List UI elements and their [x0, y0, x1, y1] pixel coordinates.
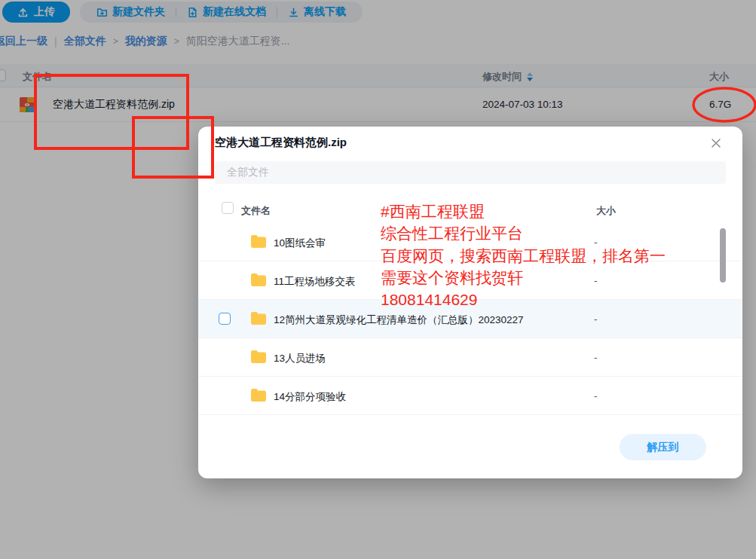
modal-column-name: 文件名	[241, 204, 271, 218]
row-checkbox[interactable]	[219, 313, 231, 325]
close-icon[interactable]	[709, 136, 723, 150]
folder-size: -	[594, 275, 598, 286]
folder-size: -	[594, 390, 598, 402]
folder-size: -	[594, 237, 598, 248]
folder-name: 14分部分项验收	[274, 390, 346, 404]
folder-icon	[250, 350, 267, 367]
folder-size: -	[594, 352, 598, 363]
modal-scrollbar-thumb[interactable]	[720, 228, 726, 283]
modal-column-size: 大小	[596, 204, 616, 218]
extract-to-button[interactable]: 解压到	[620, 434, 706, 460]
folder-row[interactable]: 10图纸会审 -	[198, 223, 742, 261]
folder-icon	[250, 311, 267, 328]
folder-size: -	[594, 313, 598, 325]
modal-title: 空港大道工程资料范例.zip	[215, 136, 347, 150]
page: 上传 新建文件夹 新建在线文档	[0, 0, 756, 559]
folder-icon	[250, 273, 267, 290]
modal-path-label: 全部文件	[227, 166, 269, 179]
modal-list-header: 文件名 大小	[198, 197, 742, 223]
folder-row[interactable]: 13人员进场 -	[198, 338, 742, 377]
modal-folder-list: 10图纸会审 - 11工程场地移交表 - 12简州大道景观绿化工程清单造价（汇总…	[198, 223, 742, 415]
folder-row-hovered[interactable]: 12简州大道景观绿化工程清单造价（汇总版）20230227 -	[198, 300, 742, 338]
folder-name: 12简州大道景观绿化工程清单造价（汇总版）20230227	[274, 313, 524, 327]
folder-name: 13人员进场	[274, 352, 326, 365]
folder-icon	[250, 388, 267, 405]
archive-preview-modal: 空港大道工程资料范例.zip 全部文件 文件名 大小 10图纸会审 -	[198, 127, 742, 478]
folder-row[interactable]: 11工程场地移交表 -	[198, 261, 742, 300]
folder-icon	[250, 234, 267, 252]
folder-name: 11工程场地移交表	[274, 275, 356, 289]
folder-row[interactable]: 14分部分项验收 -	[198, 377, 742, 415]
modal-path-bar[interactable]: 全部文件	[215, 161, 726, 184]
modal-select-all-checkbox[interactable]	[222, 202, 234, 214]
folder-name: 10图纸会审	[274, 237, 326, 250]
